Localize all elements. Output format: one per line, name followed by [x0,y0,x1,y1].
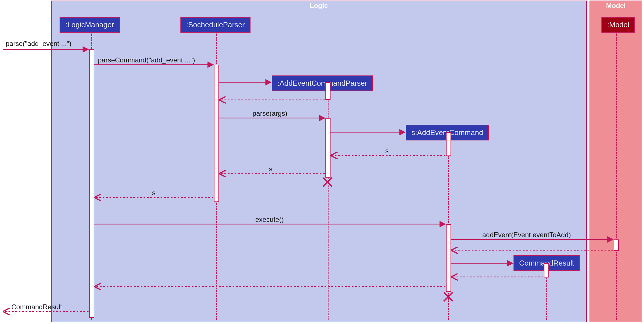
destroy-aecp-icon [322,176,333,188]
msg-parse: parse("add_event ...") [6,40,71,48]
msg-return-s3: s [152,189,155,197]
activation-logic-manager [89,49,94,318]
activation-aecp-1 [325,82,331,100]
destroy-addeventcommand-icon [443,291,454,302]
sequence-diagram: Logic Model :LogicManager :SochedulePars… [0,0,644,324]
msg-parse-args: parse(args) [252,110,287,117]
activation-command-result [544,263,549,277]
msg-return-s1: s [385,147,389,155]
head-logic-manager: :LogicManager [60,17,120,33]
frame-model-title: Model [606,2,626,10]
lifeline-command-result [546,270,547,320]
activation-model [614,239,619,251]
frame-logic-title: Logic [310,2,328,10]
head-model: :Model [601,17,635,33]
msg-add-event: addEvent(Event eventToAdd) [482,231,571,239]
activation-aecp-2 [325,118,331,178]
lifeline-model [616,32,617,320]
msg-parse-command: parseCommand("add_event ...") [98,56,195,64]
msg-command-result: CommandResult [11,303,62,311]
msg-return-s2: s [269,165,272,173]
head-add-event-command-parser: :AddEventCommandParser [272,75,373,91]
activation-addeventcommand-1 [446,132,451,156]
activation-addeventcommand-2 [446,224,451,292]
frame-logic: Logic [51,1,587,322]
msg-execute: execute() [255,216,284,224]
head-sochedule-parser: :SocheduleParser [180,17,251,33]
activation-sochedule-parser [214,65,219,202]
